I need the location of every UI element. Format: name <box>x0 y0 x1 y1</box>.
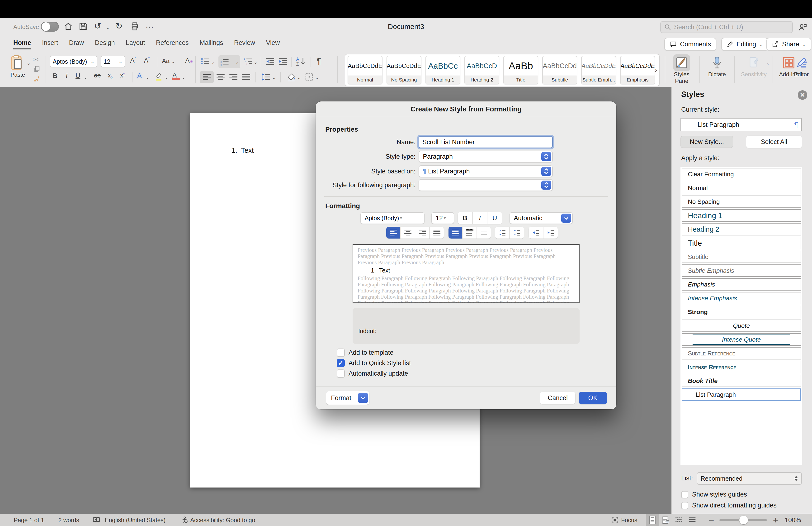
word-count[interactable]: 2 words <box>58 517 79 524</box>
current-style-box[interactable]: List Paragraph ¶ <box>680 118 802 131</box>
language-status[interactable]: English (United States) <box>105 517 165 524</box>
zoom-slider[interactable] <box>720 520 767 521</box>
style-gallery-item[interactable]: AaBbCc Heading 1 <box>425 56 460 84</box>
editing-mode-button[interactable]: Editing ⌄ <box>721 38 768 51</box>
style-list-item[interactable]: Subtitle <box>682 251 801 263</box>
zoom-in-button[interactable]: + <box>773 515 779 526</box>
single-space-button[interactable] <box>449 227 463 239</box>
undo-chevron-icon[interactable]: ⌄ <box>106 25 110 30</box>
style-gallery-item[interactable]: AaBbCcDdE Subtle Emph... <box>581 56 616 84</box>
borders-icon[interactable] <box>305 73 314 81</box>
style-list-item[interactable]: Heading 1 <box>682 209 801 222</box>
style-type-select[interactable]: Paragraph <box>419 151 553 162</box>
format-underline-button[interactable]: U <box>488 212 502 224</box>
ribbon-tab[interactable]: Design <box>95 39 115 46</box>
decrease-indent-button[interactable] <box>529 227 543 239</box>
format-bold-button[interactable]: B <box>458 212 473 224</box>
more-commands-icon[interactable]: … <box>145 20 154 30</box>
format-menu-button[interactable]: Format <box>326 391 369 404</box>
pilcrow-icon[interactable]: ¶ <box>317 56 321 66</box>
show-direct-guides-row[interactable]: Show direct formatting guides <box>681 502 777 509</box>
justify-button[interactable] <box>430 227 444 239</box>
style-list-item[interactable]: Intense Emphasis <box>682 292 801 304</box>
style-list-item[interactable]: Intense Quote <box>682 333 801 346</box>
ribbon-tab[interactable]: View <box>266 39 280 46</box>
format-size-select[interactable]: 12 ▼ <box>431 212 454 224</box>
ribbon-tab[interactable]: Mailings <box>200 39 223 46</box>
strikethrough-button[interactable]: ab <box>94 72 101 79</box>
chevron-down-icon[interactable]: ⌄ <box>315 75 319 81</box>
chevron-down-icon[interactable]: ⌄ <box>164 74 168 80</box>
automatically-update-row[interactable]: Automatically update <box>337 369 408 378</box>
change-case-icon[interactable]: Aa ⌄ <box>162 57 175 65</box>
align-right-button[interactable] <box>415 227 430 239</box>
accessibility-icon[interactable] <box>181 516 189 524</box>
style-gallery-item[interactable]: AaBb Title <box>503 56 538 84</box>
decrease-indent-icon[interactable] <box>265 57 275 65</box>
add-to-template-checkbox[interactable] <box>337 349 345 357</box>
style-list-item[interactable]: Subtle Reference <box>682 347 801 359</box>
chevron-down-icon[interactable]: ⌄ <box>272 75 276 81</box>
zoom-level[interactable]: 100% <box>785 516 801 524</box>
style-gallery-item[interactable]: AaBbCcDdE No Spacing <box>387 56 421 84</box>
style-list-item[interactable]: Strong <box>682 306 801 318</box>
style-gallery-item[interactable]: AaBbCcDd Subtitle <box>542 56 577 84</box>
draft-view-button[interactable] <box>686 514 699 526</box>
align-left-button[interactable] <box>386 227 401 239</box>
outline-view-button[interactable] <box>672 514 686 526</box>
new-style-button[interactable]: New Style... <box>680 136 733 148</box>
ribbon-tab[interactable]: Review <box>234 39 255 46</box>
close-icon[interactable]: ✕ <box>798 90 807 100</box>
show-styles-guides-checkbox[interactable] <box>681 491 688 498</box>
double-space-button[interactable] <box>477 227 491 239</box>
shrink-font-icon[interactable]: Aˇ <box>144 57 149 65</box>
zoom-out-button[interactable]: − <box>709 515 714 526</box>
superscript-button[interactable]: x2 <box>120 72 125 79</box>
format-italic-button[interactable]: I <box>473 212 488 224</box>
copy-icon[interactable] <box>33 65 40 72</box>
format-painter-icon[interactable] <box>33 75 40 82</box>
paste-button[interactable] <box>10 55 24 71</box>
grow-font-icon[interactable]: Aˆ <box>130 57 136 65</box>
add-to-quick-style-row[interactable]: Add to Quick Style list <box>337 359 411 367</box>
underline-button[interactable]: U <box>75 72 80 80</box>
undo-icon[interactable]: ↺ <box>94 21 101 31</box>
style-list-item[interactable]: Subtle Emphasis <box>682 265 801 277</box>
style-list-item[interactable]: Normal <box>682 182 801 194</box>
format-font-select[interactable]: Aptos (Body) ▼ <box>360 212 424 224</box>
style-list-item[interactable]: Clear Formatting <box>682 168 801 180</box>
bullet-list-icon[interactable] <box>201 57 210 65</box>
chevron-down-icon[interactable]: ⌄ <box>182 74 186 80</box>
zoom-slider-thumb[interactable] <box>739 516 748 524</box>
dictate-button[interactable]: Dictate <box>703 54 731 78</box>
font-color-icon[interactable]: A <box>172 72 180 80</box>
style-name-input[interactable] <box>419 136 553 148</box>
style-list-item[interactable]: Emphasis <box>682 278 801 290</box>
autosave-toggle[interactable] <box>41 22 59 32</box>
search-input[interactable]: Search (Cmd + Ctrl + U) <box>660 21 793 33</box>
text-effects-icon[interactable]: A <box>137 72 142 80</box>
accessibility-status[interactable]: Accessibility: Good to go <box>190 517 255 524</box>
align-center-icon[interactable] <box>217 74 224 81</box>
home-icon[interactable] <box>64 22 73 31</box>
add-to-template-row[interactable]: Add to template <box>337 349 393 357</box>
font-size-select[interactable]: 12 ⌄ <box>101 56 125 67</box>
multilevel-list-icon[interactable]: 1ai <box>244 57 252 65</box>
align-left-button-active[interactable] <box>200 71 214 83</box>
gallery-more-icon[interactable]: › <box>655 66 657 74</box>
style-gallery-item[interactable]: AaBbCcDdE Emphasis <box>620 56 655 84</box>
presence-people-icon[interactable] <box>797 22 808 32</box>
align-center-button[interactable] <box>401 227 415 239</box>
style-list-item[interactable]: Title <box>682 237 801 249</box>
page-count[interactable]: Page 1 of 1 <box>14 517 44 524</box>
comments-button[interactable]: Comments <box>664 38 716 51</box>
numbered-list-button-active[interactable]: 123 ⌄ <box>218 55 240 68</box>
ok-button[interactable]: OK <box>579 392 607 404</box>
styles-pane-button[interactable]: Styles Pane <box>669 54 695 84</box>
cancel-button[interactable]: Cancel <box>540 392 575 404</box>
style-gallery-item[interactable]: AaBbCcD Heading 2 <box>464 56 499 84</box>
chevron-down-icon[interactable]: ⌄ <box>145 74 149 80</box>
print-layout-view-button[interactable] <box>646 514 659 526</box>
show-styles-guides-row[interactable]: Show styles guides <box>681 491 747 498</box>
sort-icon[interactable]: AZ <box>296 56 306 66</box>
